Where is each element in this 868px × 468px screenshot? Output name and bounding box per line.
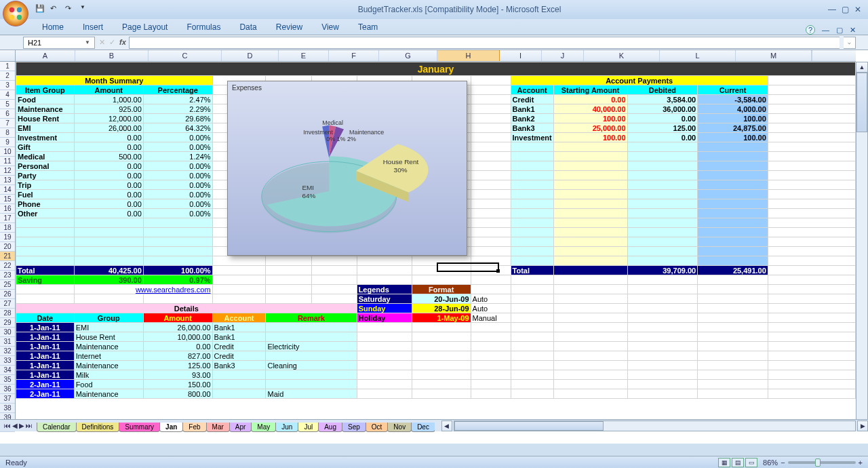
cell[interactable] [627,209,698,218]
cell[interactable] [471,104,511,114]
tab-first-icon[interactable]: ⏮ [4,422,11,429]
cell[interactable] [698,228,768,237]
cell[interactable] [553,294,627,304]
cell[interactable] [698,380,768,389]
cell[interactable] [74,294,143,304]
cell[interactable]: 1-Jan-11 [16,370,75,380]
cell[interactable] [266,332,357,342]
cell[interactable] [768,180,855,190]
cell[interactable]: 0.00 [627,133,698,142]
ribbon-tab-view[interactable]: View [312,20,349,35]
cell[interactable]: 39,709.00 [627,266,698,275]
cell[interactable]: Auto [471,304,511,313]
cell[interactable] [511,218,553,228]
zoom-slider[interactable] [788,461,856,464]
details-header[interactable]: Details [16,304,357,313]
cell[interactable] [357,323,412,332]
cell[interactable]: 36,000.00 [627,104,698,114]
cell[interactable] [627,180,698,190]
cell[interactable]: 150.00 [143,380,212,389]
row-header-3[interactable]: 3 [0,81,15,90]
cell[interactable]: Current [698,85,768,95]
cell[interactable] [212,256,266,266]
cell[interactable] [511,190,553,199]
column-header-F[interactable]: F [329,50,379,61]
cell[interactable] [627,142,698,152]
cell[interactable] [553,266,627,275]
cell[interactable]: 0.00% [143,161,212,171]
cell[interactable]: 1-Jan-11 [16,342,75,351]
cell[interactable]: Bank1 [212,323,266,332]
column-header-C[interactable]: C [149,50,222,61]
cell[interactable]: 800.00 [143,389,212,399]
cell[interactable] [698,218,768,228]
cell[interactable] [698,237,768,247]
cell[interactable] [311,285,357,294]
cell[interactable]: 125.00 [627,123,698,133]
cell[interactable]: 93.00 [143,370,212,380]
cell[interactable]: Food [74,380,143,389]
cell[interactable] [357,342,412,351]
cell[interactable] [768,342,855,351]
cell[interactable]: Maintenance [16,104,75,114]
row-header-20[interactable]: 20 [0,242,15,252]
cell[interactable] [511,171,553,180]
cell[interactable]: 0.00% [143,180,212,190]
cell[interactable]: 3,584.00 [627,95,698,104]
row-header-12[interactable]: 12 [0,166,15,176]
cell[interactable] [698,152,768,161]
scroll-left-button[interactable]: ◀ [441,421,452,431]
cell[interactable] [511,142,553,152]
horizontal-scrollbar[interactable]: ◀ ▶ [441,421,868,431]
sheet-tab-may[interactable]: May [251,423,276,432]
cell[interactable] [412,370,471,380]
cell[interactable] [698,332,768,342]
cell[interactable] [357,380,412,389]
cell[interactable] [627,361,698,370]
cell[interactable] [553,228,627,237]
row-header-8[interactable]: 8 [0,128,15,138]
sheet-tab-nov[interactable]: Nov [387,423,412,432]
cell[interactable] [553,209,627,218]
cell[interactable] [553,152,627,161]
cell[interactable]: 26,000.00 [143,323,212,332]
cell[interactable] [768,304,855,313]
cell[interactable]: Medical [16,152,75,161]
cell[interactable] [768,313,855,323]
row-header-2[interactable]: 2 [0,71,15,81]
cell[interactable] [553,247,627,256]
cell[interactable] [768,199,855,209]
vertical-scrollbar[interactable]: ▲ ▼ [856,62,868,431]
row-header-16[interactable]: 16 [0,204,15,214]
column-header-K[interactable]: K [584,50,660,61]
cell[interactable] [74,228,143,237]
row-header-23[interactable]: 23 [0,271,15,280]
cell[interactable] [266,266,311,275]
cell[interactable] [553,332,627,342]
cell[interactable] [471,190,511,199]
cell[interactable]: Bank1 [511,104,553,114]
cell[interactable]: Electricity [266,342,357,351]
cell[interactable] [16,228,75,237]
row-header-29[interactable]: 29 [0,318,15,328]
cell[interactable] [266,323,357,332]
formula-input[interactable] [129,37,840,49]
cell[interactable] [471,171,511,180]
cell[interactable] [471,380,511,389]
cell[interactable]: Remark [266,313,357,323]
cell[interactable] [768,323,855,332]
cell[interactable] [212,294,266,304]
cell[interactable]: Saving [16,275,75,285]
cell[interactable] [698,161,768,171]
zoom-in-button[interactable]: + [859,459,863,467]
column-headers[interactable]: ABCDEFGHIJKLM [0,50,856,62]
cell[interactable]: House Rent [74,332,143,342]
cell[interactable] [627,218,698,228]
undo-icon[interactable]: ↶ [50,4,61,15]
cell[interactable]: Saturday [357,294,412,304]
cell[interactable] [471,180,511,190]
row-header-32[interactable]: 32 [0,347,15,356]
column-header-L[interactable]: L [660,50,736,61]
cell[interactable]: Date [16,313,75,323]
cell[interactable] [357,389,412,399]
